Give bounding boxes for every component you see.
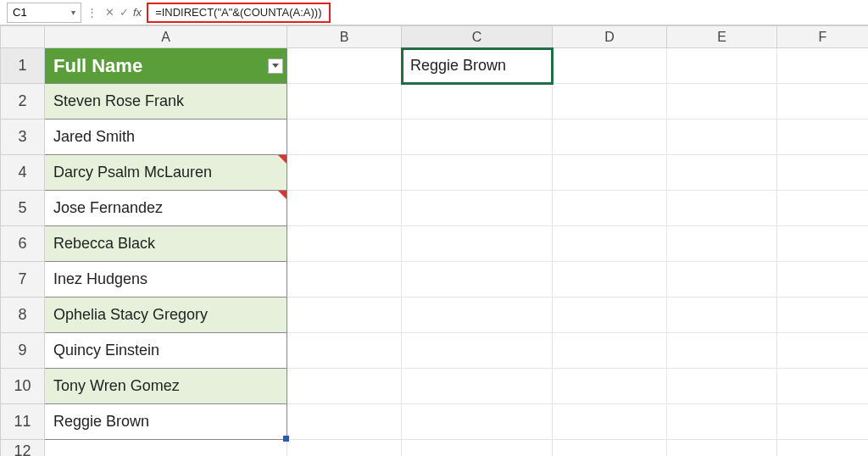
cell-F1[interactable] bbox=[777, 48, 869, 84]
fx-icon[interactable]: fx bbox=[133, 6, 142, 19]
row-header-1[interactable]: 1 bbox=[1, 48, 45, 84]
cell-F11[interactable] bbox=[777, 404, 869, 440]
cell-C3[interactable] bbox=[402, 120, 553, 155]
cell-B12[interactable] bbox=[287, 440, 402, 457]
row-header-5[interactable]: 5 bbox=[1, 191, 45, 226]
cell-E10[interactable] bbox=[667, 369, 777, 404]
name-box[interactable]: C1 ▾ bbox=[7, 3, 81, 23]
cell-C8[interactable] bbox=[402, 298, 553, 333]
cell-B9[interactable] bbox=[287, 333, 402, 369]
cell-C4[interactable] bbox=[402, 155, 553, 191]
cell-B5[interactable] bbox=[287, 191, 402, 226]
cell-D5[interactable] bbox=[553, 191, 667, 226]
row-header-2[interactable]: 2 bbox=[1, 84, 45, 120]
cell-A7[interactable]: Inez Hudgens bbox=[45, 262, 287, 298]
cell-A9[interactable]: Quincy Einstein bbox=[45, 333, 287, 369]
cell-A3[interactable]: Jared Smith bbox=[45, 120, 287, 155]
row-header-3[interactable]: 3 bbox=[1, 120, 45, 155]
cell-D12[interactable] bbox=[553, 440, 667, 457]
cell-E4[interactable] bbox=[667, 155, 777, 191]
cell-C9[interactable] bbox=[402, 333, 553, 369]
cell-B7[interactable] bbox=[287, 262, 402, 298]
cell-F3[interactable] bbox=[777, 120, 869, 155]
cell-B6[interactable] bbox=[287, 226, 402, 262]
cell-A8[interactable]: Ophelia Stacy Gregory bbox=[45, 298, 287, 333]
row-header-4[interactable]: 4 bbox=[1, 155, 45, 191]
row-header-9[interactable]: 9 bbox=[1, 333, 45, 369]
row-header-12[interactable]: 12 bbox=[1, 440, 45, 457]
col-header-A[interactable]: A bbox=[45, 26, 287, 48]
filter-dropdown-icon[interactable] bbox=[268, 58, 283, 74]
col-header-C[interactable]: C bbox=[402, 26, 553, 48]
cell-F12[interactable] bbox=[777, 440, 869, 457]
cell-E7[interactable] bbox=[667, 262, 777, 298]
cell-D2[interactable] bbox=[553, 84, 667, 120]
cell-A5[interactable]: Jose Fernandez bbox=[45, 191, 287, 226]
cell-B2[interactable] bbox=[287, 84, 402, 120]
cell-C1[interactable]: Reggie Brown bbox=[402, 48, 553, 84]
row-header-10[interactable]: 10 bbox=[1, 369, 45, 404]
cell-C10[interactable] bbox=[402, 369, 553, 404]
col-header-F[interactable]: F bbox=[777, 26, 869, 48]
cell-A11[interactable]: Reggie Brown bbox=[45, 404, 287, 440]
cell-D9[interactable] bbox=[553, 333, 667, 369]
cell-D7[interactable] bbox=[553, 262, 667, 298]
cell-D6[interactable] bbox=[553, 226, 667, 262]
cell-E3[interactable] bbox=[667, 120, 777, 155]
cell-B4[interactable] bbox=[287, 155, 402, 191]
row-header-11[interactable]: 11 bbox=[1, 404, 45, 440]
cell-F7[interactable] bbox=[777, 262, 869, 298]
cell-A2[interactable]: Steven Rose Frank bbox=[45, 84, 287, 120]
col-header-D[interactable]: D bbox=[553, 26, 667, 48]
cell-E12[interactable] bbox=[667, 440, 777, 457]
cell-E6[interactable] bbox=[667, 226, 777, 262]
cell-B10[interactable] bbox=[287, 369, 402, 404]
cell-A12[interactable] bbox=[45, 440, 287, 457]
cell-F4[interactable] bbox=[777, 155, 869, 191]
cell-D3[interactable] bbox=[553, 120, 667, 155]
cell-E5[interactable] bbox=[667, 191, 777, 226]
cell-F5[interactable] bbox=[777, 191, 869, 226]
cell-E1[interactable] bbox=[667, 48, 777, 84]
cell-F6[interactable] bbox=[777, 226, 869, 262]
cell-D11[interactable] bbox=[553, 404, 667, 440]
comment-indicator-icon[interactable] bbox=[278, 155, 287, 164]
cell-D8[interactable] bbox=[553, 298, 667, 333]
chevron-down-icon[interactable]: ▾ bbox=[71, 8, 75, 17]
cell-F10[interactable] bbox=[777, 369, 869, 404]
row-header-7[interactable]: 7 bbox=[1, 262, 45, 298]
cell-C11[interactable] bbox=[402, 404, 553, 440]
col-header-B[interactable]: B bbox=[287, 26, 402, 48]
cell-C12[interactable] bbox=[402, 440, 553, 457]
cell-D4[interactable] bbox=[553, 155, 667, 191]
cell-A10[interactable]: Tony Wren Gomez bbox=[45, 369, 287, 404]
cell-F8[interactable] bbox=[777, 298, 869, 333]
table-header-fullname[interactable]: Full Name bbox=[45, 48, 287, 84]
row-header-8[interactable]: 8 bbox=[1, 298, 45, 333]
cell-D10[interactable] bbox=[553, 369, 667, 404]
cell-E2[interactable] bbox=[667, 84, 777, 120]
cell-D1[interactable] bbox=[553, 48, 667, 84]
spreadsheet-grid[interactable]: A B C D E F 1 Full Name Reggie Brown 2 S… bbox=[0, 25, 868, 456]
cell-E9[interactable] bbox=[667, 333, 777, 369]
cell-F9[interactable] bbox=[777, 333, 869, 369]
select-all-corner[interactable] bbox=[1, 26, 45, 48]
cell-A6[interactable]: Rebecca Black bbox=[45, 226, 287, 262]
col-header-E[interactable]: E bbox=[667, 26, 777, 48]
cell-A4[interactable]: Darcy Psalm McLauren bbox=[45, 155, 287, 191]
cell-C6[interactable] bbox=[402, 226, 553, 262]
cell-F2[interactable] bbox=[777, 84, 869, 120]
row-header-6[interactable]: 6 bbox=[1, 226, 45, 262]
confirm-icon[interactable]: ✓ bbox=[120, 6, 129, 19]
cell-B8[interactable] bbox=[287, 298, 402, 333]
cell-B1[interactable] bbox=[287, 48, 402, 84]
cell-C2[interactable] bbox=[402, 84, 553, 120]
cell-B3[interactable] bbox=[287, 120, 402, 155]
cell-C5[interactable] bbox=[402, 191, 553, 226]
cell-C7[interactable] bbox=[402, 262, 553, 298]
cell-B11[interactable] bbox=[287, 404, 402, 440]
comment-indicator-icon[interactable] bbox=[278, 191, 287, 199]
cancel-icon[interactable]: ✕ bbox=[105, 6, 114, 19]
cell-E11[interactable] bbox=[667, 404, 777, 440]
formula-input[interactable]: =INDIRECT("A"&(COUNTA(A:A))) bbox=[147, 3, 330, 23]
